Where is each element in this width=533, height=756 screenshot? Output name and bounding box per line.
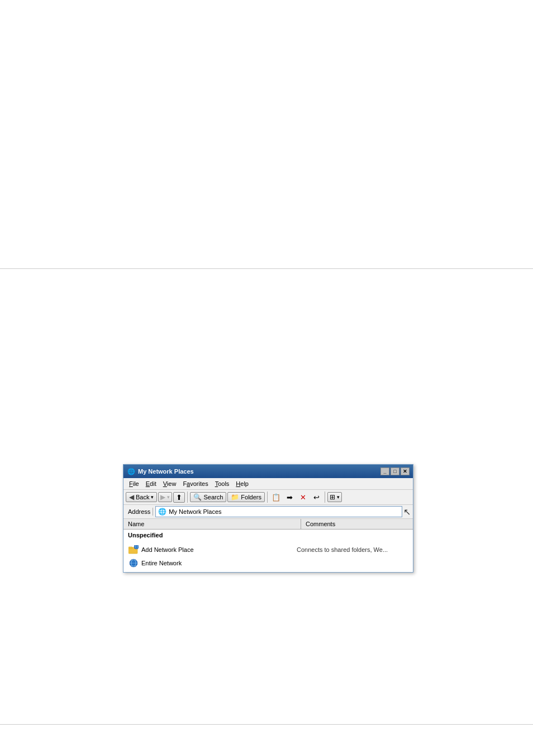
file-list-area: Name Comments Unspecified [123, 519, 413, 572]
menu-tools[interactable]: Tools [212, 479, 233, 488]
close-button[interactable]: ✕ [401, 467, 410, 475]
search-icon: 🔍 [193, 493, 202, 501]
menu-file[interactable]: File [126, 479, 142, 488]
toolbar: ◀ Back ▾ ▶ ▾ ⬆ 🔍 Search 📁 Fold [123, 490, 413, 505]
bottom-divider [0, 724, 533, 725]
add-network-place-label: Add Network Place [141, 546, 297, 553]
views-icon: ⊞ [330, 493, 335, 501]
back-arrow-icon: ◀ [129, 493, 134, 501]
separator-2 [267, 492, 268, 503]
svg-point-2 [134, 545, 139, 549]
window-controls: _ □ ✕ [380, 467, 410, 475]
back-label: Back [136, 494, 149, 500]
back-dropdown-icon: ▾ [151, 494, 154, 500]
column-name: Name [123, 519, 301, 529]
address-input[interactable]: 🌐 My Network Places [155, 506, 402, 517]
move-to-button[interactable]: ➡ [283, 491, 296, 503]
history-button[interactable]: 📋 [270, 491, 282, 503]
menu-help[interactable]: Help [232, 479, 252, 488]
address-bar: Address 🌐 My Network Places ↖ [123, 505, 413, 519]
top-divider [0, 268, 533, 269]
menu-edit[interactable]: Edit [142, 479, 160, 488]
delete-button[interactable]: ✕ [297, 491, 309, 503]
entire-network-icon [128, 557, 139, 569]
separator-1 [187, 492, 188, 503]
back-button[interactable]: ◀ Back ▾ [126, 492, 157, 502]
list-item[interactable]: Entire Network [128, 556, 408, 570]
menu-bar: File Edit View Favorites Tools Help [123, 478, 413, 490]
title-bar: 🌐 My Network Places _ □ ✕ [123, 465, 413, 478]
menu-favorites[interactable]: Favorites [179, 479, 211, 488]
maximize-button[interactable]: □ [391, 467, 399, 475]
folders-icon: 📁 [231, 493, 239, 501]
column-header-row: Name Comments [123, 519, 413, 530]
explorer-window: 🌐 My Network Places _ □ ✕ File Edit View… [123, 464, 413, 573]
folders-label: Folders [241, 494, 261, 500]
search-button[interactable]: 🔍 Search [190, 492, 226, 502]
history-icon: 📋 [272, 493, 280, 502]
delete-icon: ✕ [300, 493, 306, 502]
folders-button[interactable]: 📁 Folders [227, 492, 265, 502]
list-item[interactable]: Add Network Place Connects to shared fol… [128, 543, 408, 556]
undo-icon: ↩ [313, 493, 320, 502]
window-title: My Network Places [138, 468, 380, 475]
forward-button[interactable]: ▶ ▾ [158, 492, 172, 502]
views-dropdown-icon: ▾ [337, 494, 340, 500]
entire-network-label: Entire Network [141, 560, 297, 566]
views-button[interactable]: ⊞ ▾ [327, 492, 342, 502]
up-arrow-icon: ⬆ [176, 493, 182, 502]
add-network-place-icon [128, 544, 139, 555]
search-label: Search [203, 494, 223, 500]
separator-3 [325, 492, 325, 503]
cursor-indicator: ↖ [403, 507, 411, 517]
move-icon: ➡ [287, 493, 293, 502]
svg-rect-1 [129, 547, 132, 549]
menu-view[interactable]: View [160, 479, 180, 488]
forward-dropdown-icon: ▾ [167, 494, 170, 500]
column-comments: Comments [301, 519, 413, 529]
address-globe-icon: 🌐 [158, 508, 166, 516]
address-label: Address [126, 508, 153, 516]
undo-button[interactable]: ↩ [310, 491, 322, 503]
address-path: My Network Places [169, 508, 221, 515]
add-network-place-comments: Connects to shared folders, We... [297, 546, 408, 553]
section-header-unspecified: Unspecified [123, 530, 413, 541]
window-icon: 🌐 [127, 467, 136, 476]
file-items-list: Add Network Place Connects to shared fol… [123, 541, 413, 572]
up-button[interactable]: ⬆ [173, 492, 185, 503]
minimize-button[interactable]: _ [380, 467, 389, 475]
page-wrapper: 🌐 My Network Places _ □ ✕ File Edit View… [0, 0, 533, 756]
forward-arrow-icon: ▶ [160, 493, 165, 501]
